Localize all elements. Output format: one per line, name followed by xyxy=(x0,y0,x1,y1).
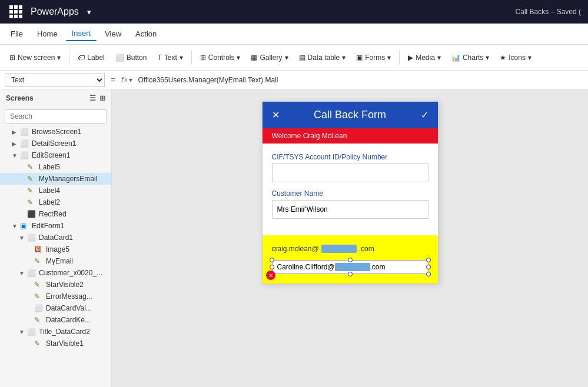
expand-browse: ▶ xyxy=(12,129,18,135)
datacard-icon-val: ⬜ xyxy=(34,304,44,312)
charts-button[interactable]: 📊 Charts ▾ xyxy=(447,51,494,64)
email2-input-wrapper[interactable]: Caroline.Clifford@ .com xyxy=(272,260,428,274)
media-icon: ▶ xyxy=(408,54,413,62)
label-icon-star2: ✎ xyxy=(34,281,44,289)
email2-blur xyxy=(335,263,370,271)
sidebar-item-customer[interactable]: ▼ ⬜ Customer_x0020_... xyxy=(0,267,111,279)
menu-home[interactable]: Home xyxy=(31,27,64,41)
screen-icon-2: ⬜ xyxy=(20,139,29,148)
top-bar-status: Call Backs – Saved ( xyxy=(516,8,581,16)
waffle-menu[interactable] xyxy=(7,3,25,21)
sidebar-item-image5[interactable]: 🖼 Image5 xyxy=(0,243,111,255)
sidebar-header: Screens ☰ ⊞ xyxy=(0,89,111,107)
data-table-icon: ▤ xyxy=(299,54,305,62)
text-button[interactable]: T Text ▾ xyxy=(152,51,187,64)
sidebar-item-error-msg[interactable]: ✎ ErrorMessag... xyxy=(0,291,111,302)
sidebar-item-edit-form1[interactable]: ▼ ▣ EditForm1 xyxy=(0,220,111,232)
screen-icon-3: ⬜ xyxy=(20,151,29,159)
sidebar-item-label5[interactable]: ✎ Label5 xyxy=(0,161,111,173)
menu-bar: File Home Insert View Action xyxy=(0,24,588,45)
media-button[interactable]: ▶ Media ▾ xyxy=(403,51,446,64)
label-icon-managers: ✎ xyxy=(27,175,36,183)
sidebar-item-datacardval[interactable]: ⬜ DataCardVal... xyxy=(0,302,111,314)
sidebar-item-label4[interactable]: ✎ Label4 xyxy=(0,185,111,196)
customer-input[interactable] xyxy=(272,200,428,219)
formula-bar: Text = fx ▾ xyxy=(0,71,588,89)
sidebar-list-view-icon[interactable]: ☰ xyxy=(89,94,96,102)
expand-customer: ▼ xyxy=(19,270,25,276)
formula-input[interactable] xyxy=(136,76,583,84)
email2-suffix: .com xyxy=(370,263,386,271)
button-button[interactable]: ⬜ Button xyxy=(111,51,152,64)
sidebar-grid-view-icon[interactable]: ⊞ xyxy=(99,94,105,102)
yellow-section: craig.mclean@ .com Caroline.Clifford@ .c… xyxy=(263,235,438,283)
toolbar-sep-2 xyxy=(191,51,192,65)
main-layout: Screens ☰ ⊞ ▶ ⬜ BrowseScreen1 ▶ ⬜ Detail… xyxy=(0,89,588,387)
sidebar-item-star-visible1[interactable]: ✎ StarVisible1 xyxy=(0,338,111,349)
controls-icon: ⊞ xyxy=(200,54,206,62)
form-body: CIF/TSYS Account ID/Policy Number Custom… xyxy=(263,144,438,235)
expand-dc1: ▼ xyxy=(19,235,25,241)
delete-handle[interactable]: ✕ xyxy=(266,271,275,280)
form-check-icon[interactable]: ✓ xyxy=(421,109,428,121)
menu-file[interactable]: File xyxy=(5,27,29,41)
top-bar: PowerApps ▾ Call Backs – Saved ( xyxy=(0,0,588,24)
sidebar-item-my-managers-email[interactable]: ✎ MyManagersEmail xyxy=(0,173,111,185)
label-icon-star1: ✎ xyxy=(34,339,44,348)
image-icon: 🖼 xyxy=(34,245,44,253)
rect-icon: ⬛ xyxy=(27,210,36,218)
form-icon: ▣ xyxy=(20,222,29,230)
sidebar-title: Screens xyxy=(6,94,34,102)
screen-icon: ⬜ xyxy=(20,128,29,136)
expand-title-dc2: ▼ xyxy=(19,329,25,335)
forms-button[interactable]: ▣ Forms ▾ xyxy=(351,51,396,64)
data-table-button[interactable]: ▤ Data table ▾ xyxy=(294,51,351,64)
sidebar-item-rect-red[interactable]: ⬛ RectRed xyxy=(0,208,111,220)
email2-prefix: Caroline.Clifford@ xyxy=(277,263,335,271)
menu-action[interactable]: Action xyxy=(129,27,162,41)
controls-button[interactable]: ⊞ Controls ▾ xyxy=(195,51,245,64)
customer-label: Customer Name xyxy=(272,189,428,198)
charts-icon: 📊 xyxy=(451,54,460,62)
cif-input[interactable] xyxy=(272,164,428,182)
icons-button[interactable]: ★ Icons ▾ xyxy=(495,51,536,64)
datacard-icon-2: ⬜ xyxy=(27,269,36,277)
label-button[interactable]: 🏷 Label xyxy=(73,51,109,64)
sidebar-item-edit-screen[interactable]: ▼ ⬜ EditScreen1 xyxy=(0,149,111,161)
sidebar-item-title-datacard2[interactable]: ▼ ⬜ Title_DataCard2 xyxy=(0,326,111,338)
formula-fx-button[interactable]: fx ▾ xyxy=(121,76,132,84)
expand-form1: ▼ xyxy=(12,223,18,229)
formula-equals: = xyxy=(108,75,118,85)
gallery-button[interactable]: ▦ Gallery ▾ xyxy=(246,51,293,64)
sidebar-item-label2[interactable]: ✎ Label2 xyxy=(0,196,111,208)
sidebar-item-star-visible2[interactable]: ✎ StarVisible2 xyxy=(0,279,111,291)
sidebar-item-my-email[interactable]: ✎ MyEmail xyxy=(0,255,111,267)
expand-detail: ▶ xyxy=(12,141,18,147)
sidebar-item-datacard1[interactable]: ▼ ⬜ DataCard1 xyxy=(0,232,111,243)
email1-blur xyxy=(321,245,357,253)
button-icon: ⬜ xyxy=(115,54,124,62)
sidebar-search-input[interactable] xyxy=(5,109,107,124)
gallery-icon: ▦ xyxy=(251,54,257,62)
label-icon-5: ✎ xyxy=(27,163,36,171)
label-icon-ke: ✎ xyxy=(34,316,44,324)
app-title-chevron[interactable]: ▾ xyxy=(87,8,91,16)
formula-selector[interactable]: Text xyxy=(5,73,105,87)
sidebar-item-detail-screen[interactable]: ▶ ⬜ DetailScreen1 xyxy=(0,138,111,149)
email2-container[interactable]: Caroline.Clifford@ .com xyxy=(272,260,428,274)
new-screen-button[interactable]: ⊞ New screen ▾ xyxy=(5,51,65,64)
expand-edit: ▼ xyxy=(12,152,18,159)
menu-view[interactable]: View xyxy=(99,27,127,41)
label-icon-error: ✎ xyxy=(34,292,44,301)
form-close-icon[interactable]: ✕ xyxy=(272,109,280,121)
menu-insert[interactable]: Insert xyxy=(66,26,97,41)
email1-suffix: .com xyxy=(359,245,374,253)
canvas: ✕ Call Back Form ✓ Welcome Craig McLean … xyxy=(112,89,588,387)
text-icon: T xyxy=(157,54,161,62)
label-icon-email: ✎ xyxy=(34,257,44,265)
sidebar-item-browse-screen[interactable]: ▶ ⬜ BrowseScreen1 xyxy=(0,126,111,138)
form-card: ✕ Call Back Form ✓ Welcome Craig McLean … xyxy=(262,101,438,284)
sidebar-item-datacardke[interactable]: ✎ DataCardKe... xyxy=(0,314,111,326)
welcome-text: Welcome Craig McLean xyxy=(272,132,347,140)
label-icon-4: ✎ xyxy=(27,186,36,195)
